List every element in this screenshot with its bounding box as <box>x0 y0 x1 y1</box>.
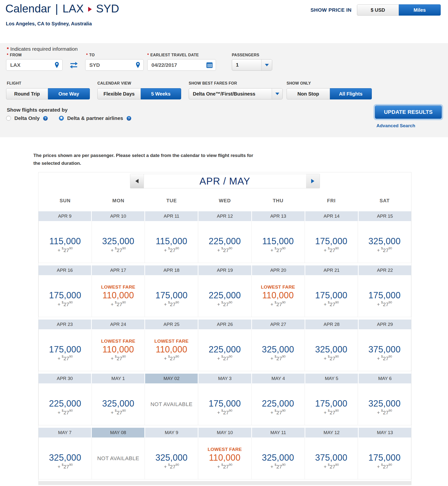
calendar-date-header[interactable]: APR 29 <box>359 320 411 329</box>
calendar-fare-cell[interactable]: LOWEST FARE175,000+$2790 <box>38 329 92 371</box>
calendar-date-header[interactable]: APR 11 <box>145 211 198 221</box>
help-icon[interactable]: ? <box>127 116 131 121</box>
calendar-date-header[interactable]: APR 17 <box>92 265 144 275</box>
calendar-fare-cell[interactable]: LOWEST FARE325,000+$2790 <box>358 221 411 263</box>
calendar-date-header[interactable]: APR 19 <box>198 265 251 275</box>
calendar-fare-cell[interactable]: LOWEST FARE110,000+$2790 <box>198 437 252 479</box>
calendar-date-header[interactable]: MAY 5 <box>305 374 358 383</box>
calendar-date-header[interactable]: MAY 12 <box>305 428 358 437</box>
usd-toggle-button[interactable]: $ USD <box>357 4 399 16</box>
passengers-select[interactable]: 1 <box>232 59 272 71</box>
best-fares-select[interactable]: Delta One™/First/Business <box>189 88 283 99</box>
calendar-fare-cell[interactable]: LOWEST FARE175,000+$2790 <box>198 383 252 425</box>
calendar-fare-cell[interactable]: NOT AVAILABLE <box>145 383 198 425</box>
calendar-fare-cell[interactable]: LOWEST FARE175,000+$2790 <box>358 275 411 317</box>
delta-only-radio[interactable] <box>6 116 11 121</box>
date-header-row: APR 16APR 17APR 18APR 19APR 20APR 21APR … <box>38 265 411 275</box>
calendar-date-header[interactable]: APR 12 <box>198 211 251 221</box>
previous-month-button[interactable] <box>130 174 144 188</box>
calendar-date-header[interactable]: APR 28 <box>305 320 358 329</box>
help-icon[interactable]: ? <box>43 116 48 121</box>
calendar-fare-cell[interactable]: LOWEST FARE225,000+$2790 <box>38 383 92 425</box>
calendar-fare-cell[interactable]: LOWEST FARE325,000+$2790 <box>92 383 145 425</box>
calendar-fare-cell[interactable]: LOWEST FARE115,000+$2790 <box>38 221 92 263</box>
calendar-fare-cell[interactable]: LOWEST FARE225,000+$2790 <box>198 275 252 317</box>
partner-airlines-radio[interactable] <box>59 116 64 121</box>
show-price-in-label: SHOW PRICE IN <box>310 7 352 13</box>
calendar-fare-cell[interactable]: LOWEST FARE375,000+$2790 <box>358 329 411 371</box>
calendar-fare-cell[interactable]: LOWEST FARE175,000+$2790 <box>145 275 198 317</box>
calendar-date-header[interactable]: APR 18 <box>145 265 198 275</box>
calendar-date-header[interactable]: APR 14 <box>305 211 358 221</box>
calendar-date-header[interactable]: APR 22 <box>359 265 411 275</box>
calendar-date-header[interactable]: APR 9 <box>38 211 91 221</box>
fare-taxes: +$2790 <box>377 355 392 362</box>
calendar-icon[interactable] <box>206 62 213 68</box>
flexible-days-button[interactable]: Flexible Days <box>97 88 141 99</box>
five-weeks-button[interactable]: 5 Weeks <box>141 88 181 99</box>
calendar-date-header[interactable]: MAY 10 <box>198 428 251 437</box>
calendar-fare-cell[interactable]: LOWEST FARE110,000+$2790 <box>252 275 305 317</box>
calendar-fare-cell[interactable]: LOWEST FARE325,000+$2790 <box>358 383 411 425</box>
calendar-date-header[interactable]: APR 15 <box>359 211 411 221</box>
all-flights-button[interactable]: All Flights <box>330 88 372 99</box>
earliest-travel-date-input[interactable] <box>151 62 204 68</box>
calendar-fare-cell[interactable]: LOWEST FARE375,000+$2790 <box>305 437 358 479</box>
calendar-fare-cell[interactable]: LOWEST FARE225,000+$2790 <box>198 329 252 371</box>
calendar-date-header[interactable]: APR 10 <box>92 211 144 221</box>
calendar-date-header[interactable]: APR 30 <box>38 374 91 383</box>
calendar-fare-cell[interactable]: LOWEST FARE225,000+$2790 <box>198 221 252 263</box>
calendar-fare-cell[interactable]: LOWEST FARE175,000+$2790 <box>305 221 358 263</box>
calendar-date-header[interactable]: APR 25 <box>145 320 198 329</box>
advanced-search-link[interactable]: Advanced Search <box>376 123 415 128</box>
calendar-date-header[interactable]: APR 26 <box>198 320 251 329</box>
calendar-fare-cell[interactable]: LOWEST FARE325,000+$2790 <box>38 437 92 479</box>
calendar-fare-cell[interactable]: LOWEST FARE325,000+$2790 <box>145 437 198 479</box>
update-results-button[interactable]: UPDATE RESULTS <box>375 106 442 119</box>
calendar-date-header[interactable]: APR 21 <box>305 265 358 275</box>
calendar-date-header[interactable]: MAY 08 <box>92 428 144 437</box>
calendar-date-header[interactable]: MAY 7 <box>38 428 91 437</box>
calendar-date-header[interactable]: MAY 11 <box>252 428 305 437</box>
calendar-fare-cell[interactable]: LOWEST FARE175,000+$2790 <box>38 275 92 317</box>
from-input[interactable] <box>10 62 52 68</box>
calendar-date-header[interactable]: MAY 6 <box>359 374 411 383</box>
calendar-fare-cell[interactable]: LOWEST FARE325,000+$2790 <box>252 437 305 479</box>
calendar-fare-cell[interactable]: LOWEST FARE115,000+$2790 <box>252 221 305 263</box>
calendar-fare-cell[interactable]: LOWEST FARE325,000+$2790 <box>252 329 305 371</box>
calendar-date-header[interactable]: MAY 9 <box>145 428 198 437</box>
to-input[interactable] <box>89 62 133 68</box>
not-available-label: NOT AVAILABLE <box>97 455 139 462</box>
calendar-fare-cell[interactable]: LOWEST FARE325,000+$2790 <box>305 329 358 371</box>
calendar-fare-cell[interactable]: LOWEST FARE110,000+$2790 <box>92 329 145 371</box>
calendar-date-header[interactable]: APR 20 <box>252 265 305 275</box>
calendar-fare-cell[interactable]: LOWEST FARE110,000+$2790 <box>145 329 198 371</box>
route-arrow-icon <box>88 7 92 12</box>
calendar-date-header[interactable]: MAY 02 <box>145 374 198 383</box>
calendar-fare-cell[interactable]: LOWEST FARE175,000+$2790 <box>305 383 358 425</box>
calendar-fare-cell[interactable]: LOWEST FARE115,000+$2790 <box>145 221 198 263</box>
miles-toggle-button[interactable]: Miles <box>399 4 441 16</box>
calendar-date-header[interactable]: APR 13 <box>252 211 305 221</box>
calendar-date-header[interactable]: APR 24 <box>92 320 144 329</box>
calendar-date-header[interactable]: APR 27 <box>252 320 305 329</box>
next-month-button[interactable] <box>306 174 320 188</box>
calendar-date-header[interactable]: MAY 13 <box>359 428 411 437</box>
round-trip-button[interactable]: Round Trip <box>6 88 48 99</box>
passengers-caret[interactable] <box>261 59 272 70</box>
calendar-date-header[interactable]: MAY 3 <box>198 374 251 383</box>
calendar-fare-cell[interactable]: LOWEST FARE225,000+$2790 <box>252 383 305 425</box>
best-fares-caret[interactable] <box>272 88 282 99</box>
calendar-date-header[interactable]: APR 16 <box>38 265 91 275</box>
calendar-fare-cell[interactable]: LOWEST FARE110,000+$2790 <box>92 275 145 317</box>
calendar-date-header[interactable]: MAY 4 <box>252 374 305 383</box>
one-way-button[interactable]: One Way <box>48 88 90 99</box>
calendar-fare-cell[interactable]: LOWEST FARE175,000+$2790 <box>358 437 411 479</box>
non-stop-button[interactable]: Non Stop <box>287 88 330 99</box>
calendar-fare-cell[interactable]: LOWEST FARE175,000+$2790 <box>305 275 358 317</box>
calendar-date-header[interactable]: MAY 1 <box>92 374 144 383</box>
calendar-fare-cell[interactable]: LOWEST FARE325,000+$2790 <box>92 221 145 263</box>
calendar-fare-cell[interactable]: NOT AVAILABLE <box>92 437 145 479</box>
calendar-date-header[interactable]: APR 23 <box>38 320 91 329</box>
swap-origin-destination-icon[interactable] <box>69 61 78 69</box>
